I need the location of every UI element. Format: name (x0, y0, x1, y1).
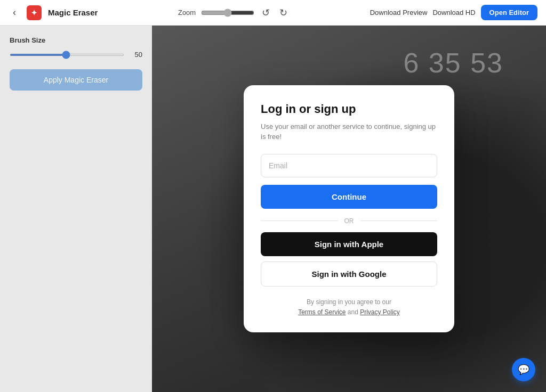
login-modal: Log in or sign up Use your email or anot… (244, 85, 454, 332)
app-title: Magic Eraser (48, 8, 98, 17)
app-logo: ✦ (27, 5, 42, 20)
or-text: OR (344, 217, 354, 225)
privacy-policy-link[interactable]: Privacy Policy (360, 308, 400, 316)
zoom-label: Zoom (178, 9, 196, 17)
sign-in-google-button[interactable]: Sign in with Google (261, 262, 437, 287)
brush-slider-row: 50 (10, 51, 142, 59)
chat-bubble-button[interactable]: 💬 (512, 358, 535, 381)
content-area: 6 35 53 Log in or sign up Use your email… (152, 26, 546, 392)
top-bar-center: Zoom ↺ ↻ (104, 5, 363, 21)
or-divider: OR (261, 217, 437, 225)
download-preview-button[interactable]: Download Preview (370, 9, 428, 17)
terms-text: By signing in you agree to our Terms of … (261, 297, 437, 317)
apply-magic-eraser-button[interactable]: Apply Magic Eraser (10, 69, 142, 91)
terms-of-service-link[interactable]: Terms of Service (298, 308, 346, 316)
terms-prefix: By signing in you agree to our (307, 298, 391, 306)
sign-in-apple-button[interactable]: Sign in with Apple (261, 232, 437, 256)
continue-button[interactable]: Continue (261, 185, 437, 209)
back-button[interactable]: ‹ (9, 5, 20, 20)
top-bar-right: Download Preview Download HD Open Editor (370, 5, 537, 20)
undo-button[interactable]: ↺ (260, 5, 272, 21)
or-line-left (261, 220, 338, 221)
open-editor-button[interactable]: Open Editor (481, 5, 537, 20)
brush-size-slider[interactable] (10, 54, 124, 56)
top-bar: ‹ ✦ Magic Eraser Zoom ↺ ↻ Download Previ… (0, 0, 546, 26)
zoom-slider[interactable] (201, 9, 254, 17)
main-layout: Brush Size 50 Apply Magic Eraser 6 35 53… (0, 26, 546, 392)
app-logo-icon: ✦ (31, 9, 37, 17)
left-panel: Brush Size 50 Apply Magic Eraser (0, 26, 152, 392)
modal-subtitle: Use your email or another service to con… (261, 121, 437, 142)
brush-size-label: Brush Size (10, 36, 142, 44)
modal-title: Log in or sign up (261, 102, 437, 116)
chat-icon: 💬 (518, 364, 529, 375)
brush-size-value: 50 (130, 51, 142, 59)
modal-overlay: Log in or sign up Use your email or anot… (152, 26, 546, 392)
download-hd-button[interactable]: Download HD (432, 9, 475, 17)
redo-button[interactable]: ↻ (277, 5, 290, 21)
and-text: and (348, 308, 360, 316)
email-input[interactable] (261, 154, 437, 177)
or-line-right (360, 220, 438, 221)
